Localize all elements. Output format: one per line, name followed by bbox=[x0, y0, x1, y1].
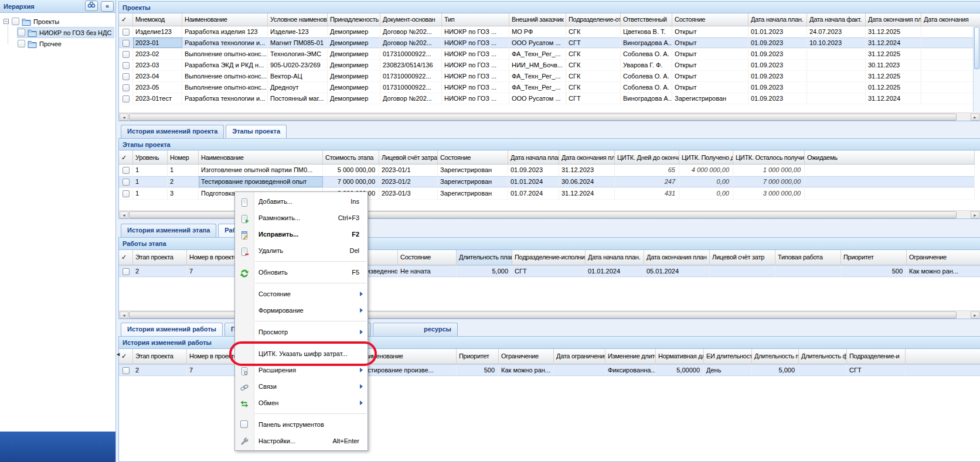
column-header[interactable]: Приоритет bbox=[457, 349, 499, 364]
table-cell[interactable]: Не начата bbox=[398, 265, 457, 277]
column-header[interactable]: Дата начала план. bbox=[748, 13, 807, 26]
table-cell[interactable]: 2 bbox=[133, 265, 187, 277]
table-cell[interactable]: 01.09.2023 bbox=[748, 60, 807, 70]
column-header[interactable]: Наименование bbox=[358, 349, 457, 364]
table-cell[interactable]: 05.01.2024 bbox=[644, 265, 710, 277]
menu-item[interactable]: УдалитьDel bbox=[235, 242, 368, 259]
table-cell[interactable]: Изделие123 bbox=[133, 26, 182, 37]
column-header[interactable]: Тип bbox=[442, 13, 509, 26]
table-cell[interactable]: Виноградова А... bbox=[621, 37, 672, 48]
tree-item-checkbox[interactable] bbox=[18, 29, 25, 36]
table-row[interactable]: 2023-05Выполнение опытно-конс...Дредноут… bbox=[119, 82, 980, 93]
table-cell[interactable]: 01.09.2023 bbox=[748, 82, 807, 93]
table-cell[interactable]: День bbox=[704, 364, 752, 376]
table-cell[interactable]: Демопример bbox=[328, 82, 380, 93]
tree-item[interactable]: НИОКР по ГОЗ без НДС bbox=[0, 27, 115, 38]
table-cell[interactable] bbox=[921, 37, 980, 48]
table-cell[interactable]: 7 000 000,00 bbox=[323, 176, 379, 187]
table-cell[interactable]: Разработка технологии и... bbox=[182, 93, 268, 104]
table-cell[interactable]: Уварова Г. Ф. bbox=[621, 60, 672, 70]
table-cell[interactable]: Дредноут bbox=[268, 82, 328, 93]
column-header[interactable]: Дата окончания bbox=[921, 13, 980, 26]
table-cell[interactable]: НИОКР по ГОЗ ... bbox=[442, 60, 509, 70]
table-cell[interactable]: Разработка изделия 123 bbox=[182, 26, 268, 37]
table-cell[interactable]: 500 bbox=[457, 364, 499, 376]
menu-item[interactable]: Связи bbox=[235, 378, 368, 395]
table-cell[interactable] bbox=[119, 165, 133, 176]
column-header[interactable]: Этап проекта bbox=[133, 250, 187, 265]
scroll-right-button[interactable]: ► bbox=[971, 312, 979, 319]
menu-item[interactable]: Просмотр bbox=[235, 324, 368, 340]
table-cell[interactable]: 01.01.2024 bbox=[508, 176, 559, 187]
row-checkbox[interactable] bbox=[122, 51, 130, 58]
column-header[interactable]: Дата начала план bbox=[508, 150, 559, 164]
column-header[interactable]: Подразделение-исполнитель.. bbox=[512, 250, 586, 265]
table-cell[interactable] bbox=[119, 49, 133, 59]
table-cell[interactable] bbox=[710, 265, 775, 277]
table-cell[interactable]: СГТ bbox=[847, 364, 906, 376]
row-checkbox[interactable] bbox=[122, 179, 130, 186]
table-cell[interactable]: 31.12.2025 bbox=[866, 49, 921, 59]
table-cell[interactable]: НИОКР по ГОЗ ... bbox=[442, 26, 509, 37]
scroll-left-button[interactable]: ◄ bbox=[120, 312, 128, 319]
table-row[interactable]: 2023-02Выполнение опытно-конс...Технолог… bbox=[119, 49, 980, 60]
table-cell[interactable] bbox=[807, 49, 866, 59]
column-header[interactable]: Дата начала факт. bbox=[807, 13, 866, 26]
row-checkbox[interactable] bbox=[122, 95, 130, 102]
table-cell[interactable]: 31.12.2025 bbox=[866, 71, 921, 81]
table-cell[interactable]: 2023-03 bbox=[133, 60, 182, 70]
table-cell[interactable]: Зарегистрирован bbox=[438, 188, 508, 199]
horizontal-scrollbar[interactable]: ◄► bbox=[119, 112, 980, 121]
collapse-sidebar-button[interactable]: « bbox=[101, 1, 114, 12]
column-header[interactable]: ЦИТК. Осталось получить д/с bbox=[733, 150, 805, 164]
table-cell[interactable] bbox=[921, 93, 980, 104]
table-cell[interactable]: 2023-01тест bbox=[133, 93, 182, 104]
table-cell[interactable]: СГТ bbox=[512, 265, 586, 277]
table-cell[interactable]: Зарегистрирован bbox=[672, 93, 748, 104]
table-cell[interactable]: 65 bbox=[615, 165, 679, 176]
table-cell[interactable]: ООО Русатом ... bbox=[509, 93, 566, 104]
table-cell[interactable]: Разработка ЭКД и РКД н... bbox=[182, 60, 268, 70]
table-cell[interactable]: Фиксированна... bbox=[605, 364, 656, 376]
menu-item[interactable]: Настройки...Alt+Enter bbox=[235, 433, 368, 449]
table-cell[interactable]: Открыт bbox=[672, 82, 748, 93]
column-header[interactable]: Дата ограничения bbox=[554, 349, 605, 364]
menu-item[interactable]: Состояние bbox=[235, 286, 368, 302]
menu-item[interactable]: Исправить...F2 bbox=[235, 226, 368, 242]
table-cell[interactable]: Как можно ран... bbox=[499, 364, 554, 376]
menu-item[interactable]: Формирование bbox=[235, 302, 368, 319]
tree-item-content[interactable]: Проекты bbox=[12, 16, 62, 26]
table-cell[interactable] bbox=[807, 71, 866, 81]
table-cell[interactable]: 2023-01 bbox=[133, 37, 182, 48]
column-header[interactable]: Ограничение bbox=[907, 250, 980, 265]
table-cell[interactable]: 31.12.2023 bbox=[559, 165, 615, 176]
column-header[interactable]: Стоимость этапа bbox=[323, 150, 379, 164]
table-cell[interactable]: 2023-04 bbox=[133, 71, 182, 81]
table-cell[interactable]: 017310000922... bbox=[380, 71, 442, 81]
column-header[interactable]: Состояние bbox=[672, 13, 748, 26]
row-checkbox[interactable] bbox=[122, 167, 130, 174]
table-cell[interactable]: Вектор-АЦ bbox=[268, 71, 328, 81]
table-cell[interactable]: Открыт bbox=[672, 49, 748, 59]
table-cell[interactable]: 905-U020-23/269 bbox=[268, 60, 328, 70]
table-cell[interactable]: Выполнение опытно-конс... bbox=[182, 82, 268, 93]
tree-item-checkbox[interactable] bbox=[18, 40, 25, 47]
table-cell[interactable]: СГК bbox=[566, 49, 621, 59]
splitter-collapse-icon[interactable]: ◄ bbox=[115, 351, 121, 357]
table-cell[interactable]: 1 bbox=[133, 176, 168, 187]
menu-item[interactable]: Добавить...Ins bbox=[235, 193, 368, 210]
search-button[interactable] bbox=[85, 1, 98, 11]
table-cell[interactable]: Открыт bbox=[672, 37, 748, 48]
column-header[interactable]: Дата начала план. bbox=[586, 250, 644, 265]
table-cell[interactable]: 5 000 000,00 bbox=[323, 165, 379, 176]
tree-item[interactable]: −Проекты bbox=[0, 16, 115, 27]
table-cell[interactable]: 2 bbox=[168, 176, 199, 187]
table-cell[interactable] bbox=[119, 188, 133, 199]
table-cell[interactable] bbox=[807, 60, 866, 70]
table-cell[interactable]: 2023-01/1 bbox=[379, 165, 438, 176]
table-cell[interactable] bbox=[119, 265, 133, 277]
table-cell[interactable] bbox=[799, 364, 847, 376]
table-cell[interactable]: 1 bbox=[133, 188, 168, 199]
table-cell[interactable] bbox=[807, 82, 866, 93]
column-header[interactable]: Условное наименова bbox=[268, 13, 328, 26]
